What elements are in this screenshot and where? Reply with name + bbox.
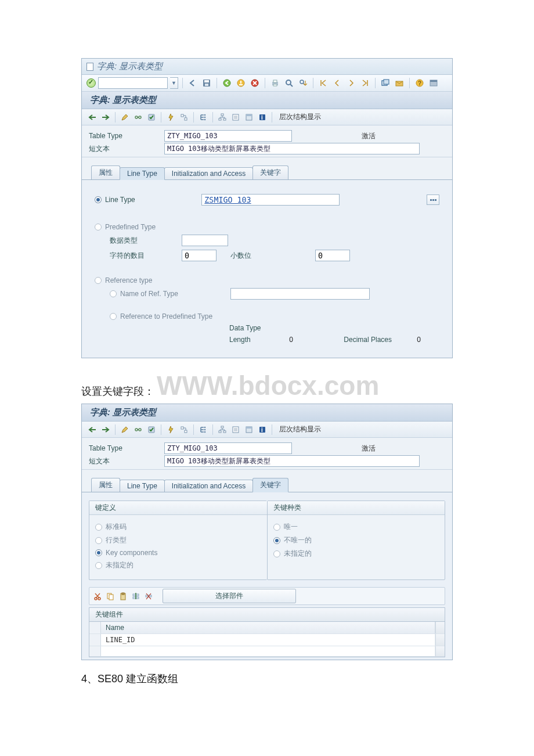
activate-icon[interactable]: [165, 111, 176, 123]
command-dropdown-icon[interactable]: ▼: [170, 77, 178, 89]
other-object-icon[interactable]: [132, 424, 144, 435]
shortcut-icon[interactable]: [394, 77, 405, 89]
f4-help-icon[interactable]: [427, 195, 439, 205]
print-icon[interactable]: [269, 77, 281, 89]
check-icon[interactable]: [146, 424, 157, 435]
radio-ref-predef[interactable]: [110, 313, 117, 320]
line-type-label: Line Type: [105, 196, 201, 204]
row-selector[interactable]: [89, 646, 101, 656]
shorttext-field[interactable]: [164, 143, 420, 154]
opt-components: Key components: [106, 549, 157, 557]
find-next-icon[interactable]: [297, 77, 309, 89]
delete-row-icon[interactable]: [143, 591, 154, 602]
scrollbar[interactable]: [435, 634, 445, 646]
charnum-field[interactable]: [182, 250, 217, 261]
where-used-icon[interactable]: [178, 424, 190, 435]
key-components-grid[interactable]: Name LINE_ID: [89, 622, 445, 657]
radio-line-type[interactable]: [95, 196, 102, 203]
first-page-icon[interactable]: [317, 77, 329, 89]
choose-components-button[interactable]: 选择部件: [163, 589, 296, 603]
col-name[interactable]: Name: [101, 622, 435, 633]
radio-reference-type[interactable]: [95, 277, 102, 284]
command-field[interactable]: [98, 77, 168, 89]
info-icon[interactable]: i: [257, 424, 268, 435]
shorttext-field[interactable]: [164, 455, 420, 467]
exit-yellow-icon[interactable]: [235, 77, 247, 89]
scrollbar[interactable]: [435, 622, 445, 633]
help-icon[interactable]: ?: [414, 77, 425, 89]
paste-icon[interactable]: [117, 591, 129, 602]
cell-line-id[interactable]: LINE_ID: [101, 634, 435, 646]
predefined-type-label: Predefined Type: [105, 223, 203, 231]
tree-icon[interactable]: [197, 111, 209, 123]
length-label: Length: [229, 336, 270, 344]
other-object-icon[interactable]: [132, 111, 144, 123]
nav-back-icon[interactable]: [86, 424, 98, 435]
tab-line-type[interactable]: Line Type: [120, 167, 165, 180]
watermark-text: WWW.bdocx.com: [157, 370, 379, 401]
tab-key[interactable]: 关键字: [252, 478, 288, 492]
contents-icon[interactable]: [230, 111, 241, 123]
menu-icon[interactable]: [86, 63, 93, 71]
append-icon[interactable]: [243, 111, 255, 123]
tab-init-access[interactable]: Initialization and Access: [164, 480, 253, 492]
cancel-red-icon[interactable]: [249, 77, 261, 89]
back-icon[interactable]: [187, 77, 199, 89]
back-green-icon[interactable]: [221, 77, 233, 89]
where-used-icon[interactable]: [178, 111, 190, 123]
decimals-field[interactable]: [315, 250, 350, 261]
radio-ref-name[interactable]: [110, 290, 117, 297]
empty-cell[interactable]: [101, 646, 435, 656]
insert-row-icon[interactable]: [130, 591, 142, 602]
hierarchy-icon[interactable]: [217, 424, 228, 435]
activate-icon[interactable]: [165, 424, 176, 435]
svg-point-39: [204, 426, 205, 427]
nav-back-icon[interactable]: [86, 111, 98, 123]
radio-predefined-type[interactable]: [95, 224, 102, 231]
tab-line-type[interactable]: Line Type: [120, 480, 165, 492]
display-change-icon[interactable]: [119, 111, 131, 123]
append-icon[interactable]: [243, 424, 255, 435]
data-type-field[interactable]: [182, 235, 228, 246]
prev-page-icon[interactable]: [331, 77, 343, 89]
tab-attributes[interactable]: 属性: [91, 165, 120, 179]
radio-row[interactable]: [95, 537, 102, 544]
new-session-icon[interactable]: [380, 77, 391, 89]
hierarchy-icon[interactable]: [217, 111, 228, 123]
cut-icon[interactable]: [92, 591, 103, 602]
table-type-field[interactable]: [164, 130, 292, 142]
save-icon[interactable]: [201, 77, 212, 89]
radio-unspec-cat[interactable]: [273, 550, 280, 557]
layout-icon[interactable]: [428, 77, 439, 89]
ref-name-field[interactable]: [230, 288, 370, 300]
hierarchy-display-button[interactable]: 层次结构显示: [276, 111, 324, 123]
info-icon[interactable]: i: [257, 111, 268, 123]
row-selector[interactable]: [89, 634, 101, 646]
separator: [212, 112, 213, 123]
scrollbar[interactable]: [435, 646, 445, 656]
contents-icon[interactable]: [230, 424, 241, 435]
radio-unspec-def[interactable]: [95, 562, 102, 569]
nav-fwd-icon[interactable]: [100, 424, 111, 435]
tab-key[interactable]: 关键字: [252, 165, 288, 179]
find-icon[interactable]: [283, 77, 295, 89]
display-change-icon[interactable]: [119, 424, 131, 435]
nav-fwd-icon[interactable]: [100, 111, 111, 123]
table-type-field[interactable]: [164, 442, 292, 454]
tab-init-access[interactable]: Initialization and Access: [164, 167, 253, 179]
copy-icon[interactable]: [104, 591, 116, 602]
last-page-icon[interactable]: [359, 77, 371, 89]
radio-components[interactable]: [95, 549, 102, 556]
svg-point-23: [204, 114, 205, 115]
check-icon[interactable]: [146, 111, 157, 123]
radio-unique[interactable]: [273, 524, 280, 531]
tab-attributes[interactable]: 属性: [91, 478, 120, 492]
line-type-field[interactable]: [201, 194, 340, 206]
next-page-icon[interactable]: [345, 77, 357, 89]
hierarchy-display-button[interactable]: 层次结构显示: [276, 423, 324, 435]
ok-icon[interactable]: [86, 78, 96, 88]
radio-nonunique[interactable]: [273, 537, 280, 544]
svg-rect-2: [205, 84, 208, 86]
tree-icon[interactable]: [197, 424, 209, 435]
radio-std[interactable]: [95, 524, 102, 531]
